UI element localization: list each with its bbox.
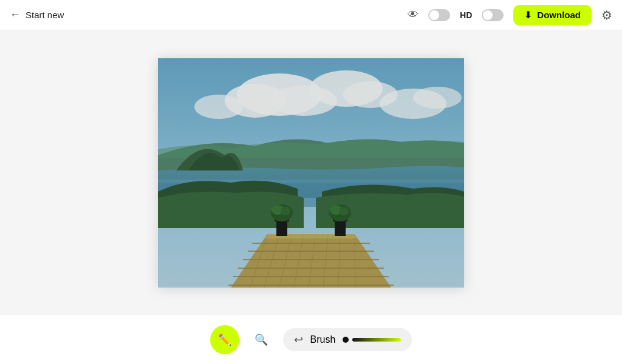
svg-rect-36	[158, 58, 464, 288]
brush-tool-icon: ✏️	[218, 333, 231, 346]
brush-label: Brush	[310, 334, 336, 345]
landscape-image	[158, 58, 464, 288]
eye-icon[interactable]: 👁	[408, 8, 419, 21]
image-canvas	[158, 58, 464, 288]
brush-size-control[interactable]	[343, 337, 401, 343]
bottom-toolbar: ✏️ 🔍 ↩ Brush	[0, 315, 622, 364]
search-tool-button[interactable]: 🔍	[247, 325, 276, 354]
settings-icon[interactable]: ⚙	[601, 8, 612, 22]
start-new-label: Start new	[26, 10, 64, 20]
start-new-button[interactable]: ← Start new	[10, 8, 64, 21]
app-header: ← Start new 👁 HD ⬇ Download ⚙	[0, 0, 622, 30]
brush-track[interactable]	[352, 338, 401, 342]
search-tool-icon: 🔍	[255, 333, 268, 346]
preview-toggle-wrap	[428, 9, 450, 21]
download-button[interactable]: ⬇ Download	[513, 5, 592, 25]
back-arrow-icon: ←	[10, 8, 21, 21]
download-label: Download	[537, 10, 581, 20]
preview-toggle[interactable]	[428, 9, 450, 21]
brush-dot	[343, 337, 349, 343]
hd-label: HD	[460, 10, 472, 20]
undo-button[interactable]: ↩	[294, 333, 303, 346]
brush-tool-button[interactable]: ✏️	[210, 325, 239, 354]
download-icon: ⬇	[524, 10, 532, 21]
hd-toggle[interactable]	[482, 9, 504, 21]
header-controls: 👁 HD ⬇ Download ⚙	[408, 5, 612, 25]
brush-panel: ↩ Brush	[283, 328, 412, 351]
hd-toggle-wrap	[482, 9, 504, 21]
undo-icon: ↩	[294, 334, 303, 346]
main-canvas-area	[0, 30, 622, 315]
